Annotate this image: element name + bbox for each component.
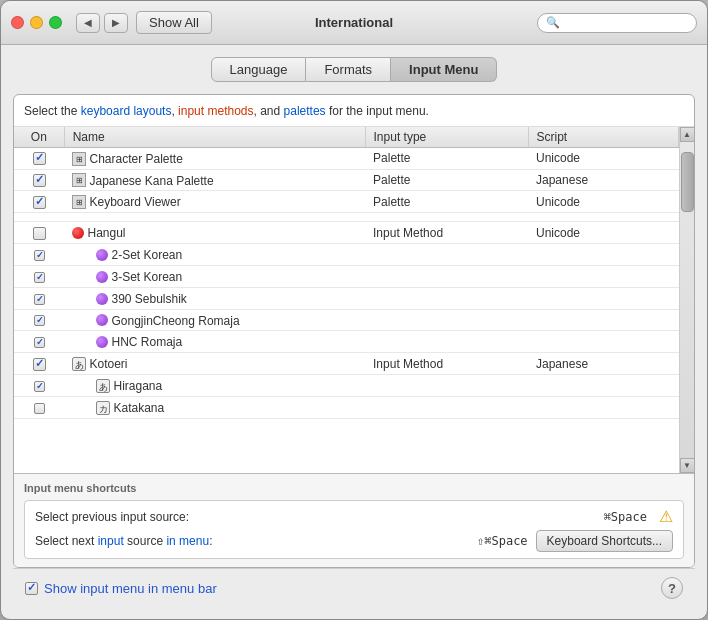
search-icon: 🔍 <box>546 16 560 29</box>
icon-hnc-romaja <box>96 336 108 348</box>
shortcut-row-next: Select next input source in menu: ⇧⌘Spac… <box>35 530 673 552</box>
checkbox-kotoeri[interactable] <box>33 358 46 371</box>
script-gongjin <box>528 309 678 331</box>
nav-buttons: ◀ ▶ <box>76 13 128 33</box>
table-row[interactable]: あ Kotoeri Input Method Japanese <box>14 353 679 375</box>
checkbox-katakana[interactable] <box>34 403 45 414</box>
bottom-bar: Show input menu in menu bar ? <box>13 568 695 607</box>
search-box: 🔍 <box>537 13 697 33</box>
keyboard-shortcuts-button[interactable]: Keyboard Shortcuts... <box>536 530 673 552</box>
name-390-sebulshik: 390 Sebulshik <box>111 292 186 306</box>
input-type-katakana <box>365 396 528 418</box>
tab-bar: Language Formats Input Menu <box>13 57 695 82</box>
table-row[interactable]: 3-Set Korean <box>14 265 679 287</box>
checkbox-character-palette[interactable] <box>33 152 46 165</box>
input-type-japanese-kana-palette: Palette <box>365 169 528 191</box>
tab-formats[interactable]: Formats <box>306 57 391 82</box>
input-type-hiragana <box>365 375 528 397</box>
checkbox-gongjin[interactable] <box>34 315 45 326</box>
icon-keyboard-viewer: ⊞ <box>72 195 86 209</box>
help-button[interactable]: ? <box>661 577 683 599</box>
checkbox-hnc-romaja[interactable] <box>34 337 45 348</box>
script-keyboard-viewer: Unicode <box>528 191 678 213</box>
script-hnc-romaja <box>528 331 678 353</box>
checkbox-390-sebulshik[interactable] <box>34 294 45 305</box>
name-hiragana: Hiragana <box>113 379 162 393</box>
table-row[interactable]: ⊞ Keyboard Viewer Palette Unicode <box>14 191 679 213</box>
table-scroll[interactable]: On Name Input type Script ⊞ Character Pa… <box>14 127 679 473</box>
minimize-button[interactable] <box>30 16 43 29</box>
close-button[interactable] <box>11 16 24 29</box>
table-row[interactable]: 2-Set Korean <box>14 244 679 266</box>
icon-390-sebulshik <box>96 293 108 305</box>
show-input-menu-label[interactable]: Show input menu in menu bar <box>25 581 217 596</box>
col-input-type[interactable]: Input type <box>365 127 528 148</box>
tab-language[interactable]: Language <box>211 57 307 82</box>
maximize-button[interactable] <box>49 16 62 29</box>
back-button[interactable]: ◀ <box>76 13 100 33</box>
script-kotoeri: Japanese <box>528 353 678 375</box>
scrollbar-track[interactable] <box>680 142 695 458</box>
name-kotoeri: Kotoeri <box>89 357 127 371</box>
traffic-lights <box>11 16 62 29</box>
shortcuts-section: Input menu shortcuts Select previous inp… <box>14 473 694 567</box>
script-3set-korean <box>528 265 678 287</box>
checkbox-hiragana[interactable] <box>34 381 45 392</box>
checkbox-show-input-menu[interactable] <box>25 582 38 595</box>
checkbox-3set-korean[interactable] <box>34 272 45 283</box>
checkbox-hangul[interactable] <box>33 227 46 240</box>
col-on[interactable]: On <box>14 127 64 148</box>
name-japanese-kana-palette: Japanese Kana Palette <box>89 173 213 187</box>
tab-input-menu[interactable]: Input Menu <box>391 57 497 82</box>
table-row[interactable]: あ Hiragana <box>14 375 679 397</box>
show-input-menu-text: Show input menu in menu bar <box>44 581 217 596</box>
shortcuts-title: Input menu shortcuts <box>24 482 684 494</box>
show-all-button[interactable]: Show All <box>136 11 212 34</box>
name-keyboard-viewer: Keyboard Viewer <box>89 195 180 209</box>
name-hnc-romaja: HNC Romaja <box>111 335 182 349</box>
name-3set-korean: 3-Set Korean <box>111 270 182 284</box>
scrollbar: ▲ ▼ <box>679 127 694 473</box>
icon-kotoeri: あ <box>72 357 86 371</box>
checkbox-keyboard-viewer[interactable] <box>33 196 46 209</box>
col-script[interactable]: Script <box>528 127 678 148</box>
main-panel: Select the keyboard layouts, input metho… <box>13 94 695 568</box>
input-type-keyboard-viewer: Palette <box>365 191 528 213</box>
scroll-up-button[interactable]: ▲ <box>680 127 695 142</box>
icon-hiragana: あ <box>96 379 110 393</box>
separator-row <box>14 213 679 222</box>
table-row[interactable]: カ Katakana <box>14 396 679 418</box>
input-type-hangul: Input Method <box>365 222 528 244</box>
table-row[interactable]: GongjinCheong Romaja <box>14 309 679 331</box>
table-row[interactable]: HNC Romaja <box>14 331 679 353</box>
scrollbar-thumb[interactable] <box>681 152 694 212</box>
script-katakana <box>528 396 678 418</box>
script-hangul: Unicode <box>528 222 678 244</box>
col-name[interactable]: Name <box>64 127 365 148</box>
window: ◀ ▶ Show All International 🔍 Language Fo… <box>0 0 708 620</box>
shortcut-label-previous: Select previous input source: <box>35 510 604 524</box>
warning-icon: ⚠ <box>659 507 673 526</box>
table-row[interactable]: ⊞ Character Palette Palette Unicode <box>14 147 679 169</box>
name-hangul: Hangul <box>87 226 125 240</box>
checkbox-japanese-kana-palette[interactable] <box>33 174 46 187</box>
icon-3set-korean <box>96 271 108 283</box>
table-row[interactable]: ⊞ Japanese Kana Palette Palette Japanese <box>14 169 679 191</box>
panel-description: Select the keyboard layouts, input metho… <box>14 95 694 127</box>
name-2set-korean: 2-Set Korean <box>111 248 182 262</box>
shortcuts-inner: Select previous input source: ⌘Space ⚠ S… <box>24 500 684 559</box>
forward-button[interactable]: ▶ <box>104 13 128 33</box>
name-character-palette: Character Palette <box>89 152 182 166</box>
shortcut-row-previous: Select previous input source: ⌘Space ⚠ <box>35 507 673 526</box>
checkbox-2set-korean[interactable] <box>34 250 45 261</box>
table-row[interactable]: 390 Sebulshik <box>14 287 679 309</box>
input-type-hnc-romaja <box>365 331 528 353</box>
table-row[interactable]: Hangul Input Method Unicode <box>14 222 679 244</box>
input-type-gongjin <box>365 309 528 331</box>
script-character-palette: Unicode <box>528 147 678 169</box>
name-gongjin: GongjinCheong Romaja <box>111 313 239 327</box>
script-390-sebulshik <box>528 287 678 309</box>
input-type-2set-korean <box>365 244 528 266</box>
search-input[interactable] <box>564 16 688 30</box>
scroll-down-button[interactable]: ▼ <box>680 458 695 473</box>
